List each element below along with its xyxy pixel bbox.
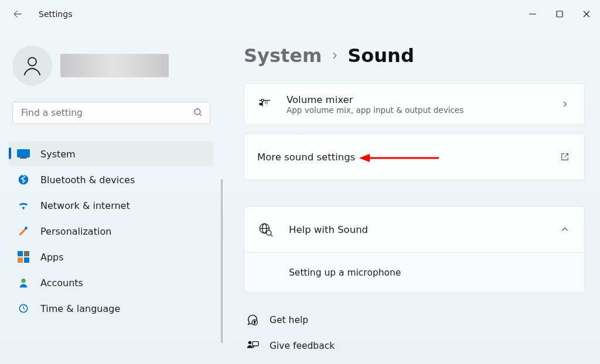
svg-point-3	[195, 109, 200, 115]
search-box[interactable]	[12, 102, 210, 124]
search-input[interactable]	[12, 102, 210, 124]
sidebar-item-time-language[interactable]: Time & language	[9, 296, 214, 321]
maximize-button[interactable]	[546, 5, 573, 23]
bluetooth-icon	[17, 173, 30, 186]
minimize-button[interactable]	[519, 5, 546, 23]
sidebar: System Bluetooth & devices Network & int…	[0, 28, 223, 364]
arrow-left-icon	[12, 9, 23, 19]
svg-line-23	[271, 235, 272, 236]
card-text: Volume mixer App volume mix, app input &…	[287, 94, 546, 115]
sidebar-item-network[interactable]: Network & internet	[9, 193, 214, 218]
svg-point-16	[261, 99, 264, 101]
svg-rect-0	[529, 14, 536, 15]
give-feedback-label: Give feedback	[270, 341, 335, 351]
mixer-icon	[257, 97, 274, 112]
help-subitem-setup-microphone[interactable]: Setting up a microphone	[244, 253, 585, 293]
card-text: More sound settings	[257, 152, 558, 163]
breadcrumb: System Sound	[244, 44, 585, 67]
main-content: System Sound Volume mixer App volume mix…	[223, 28, 600, 364]
svg-point-12	[21, 279, 26, 283]
svg-text:?: ?	[254, 320, 256, 325]
card-title: Help with Sound	[289, 224, 543, 235]
close-button[interactable]	[573, 5, 600, 23]
help-chat-icon: ?	[246, 314, 259, 327]
sidebar-item-label: Personalization	[40, 226, 111, 237]
help-subitem-label: Setting up a microphone	[289, 267, 401, 278]
card-title: More sound settings	[257, 152, 558, 163]
window-controls	[519, 5, 600, 23]
search-icon	[193, 107, 203, 118]
sidebar-item-personalization[interactable]: Personalization	[9, 219, 214, 243]
sidebar-item-label: Accounts	[40, 277, 83, 289]
help-block: Help with Sound Setting up a microphone	[244, 206, 585, 293]
maximize-icon	[556, 11, 563, 18]
svg-rect-5	[20, 157, 27, 159]
sidebar-item-system[interactable]: System	[9, 142, 214, 166]
chevron-right-icon	[558, 100, 571, 108]
card-help-with-sound[interactable]: Help with Sound	[244, 206, 585, 253]
breadcrumb-parent[interactable]: System	[244, 44, 322, 67]
external-link-icon	[558, 152, 571, 162]
sidebar-item-bluetooth[interactable]: Bluetooth & devices	[9, 167, 214, 192]
sidebar-item-label: Apps	[40, 252, 64, 263]
sidebar-item-label: Network & internet	[40, 200, 130, 211]
get-help-label: Get help	[270, 315, 308, 325]
card-title: Volume mixer	[287, 94, 546, 105]
back-button[interactable]	[11, 7, 25, 21]
card-more-sound-settings[interactable]: More sound settings	[244, 133, 585, 180]
clock-globe-icon	[17, 302, 30, 315]
avatar	[12, 46, 52, 85]
get-help-link[interactable]: ? Get help	[244, 310, 585, 336]
card-subtitle: App volume mix, app input & output devic…	[287, 105, 546, 115]
card-text: Help with Sound	[289, 224, 543, 235]
card-volume-mixer[interactable]: Volume mixer App volume mix, app input &…	[244, 83, 585, 125]
svg-rect-4	[17, 149, 30, 157]
app-title: Settings	[39, 9, 72, 19]
person-icon	[21, 54, 44, 77]
page-title: Sound	[347, 44, 414, 67]
minimize-icon	[529, 11, 536, 18]
svg-point-22	[267, 231, 271, 235]
globe-search-icon	[257, 222, 274, 237]
svg-rect-8	[18, 251, 23, 256]
profile-block[interactable]	[12, 46, 214, 85]
svg-rect-11	[24, 257, 29, 263]
feedback-icon	[246, 339, 259, 352]
nav-list: System Bluetooth & devices Network & int…	[9, 142, 214, 321]
apps-icon	[17, 250, 30, 263]
give-feedback-link[interactable]: Give feedback	[244, 336, 585, 352]
sidebar-item-label: System	[40, 149, 76, 160]
sidebar-item-label: Time & language	[40, 303, 120, 314]
sidebar-item-apps[interactable]: Apps	[9, 245, 214, 269]
sidebar-item-accounts[interactable]: Accounts	[9, 270, 214, 295]
profile-name-redacted	[60, 54, 169, 77]
svg-rect-10	[18, 257, 23, 263]
svg-rect-27	[253, 342, 258, 346]
wifi-icon	[17, 199, 30, 212]
chevron-right-icon	[330, 51, 339, 60]
svg-rect-1	[557, 11, 562, 17]
titlebar-left: Settings	[11, 7, 72, 21]
sidebar-item-label: Bluetooth & devices	[40, 174, 135, 186]
close-icon	[583, 11, 590, 18]
paintbrush-icon	[17, 225, 30, 238]
accounts-icon	[17, 276, 30, 289]
system-icon	[17, 147, 30, 160]
chevron-up-icon	[558, 225, 571, 234]
svg-point-2	[28, 57, 36, 66]
titlebar: Settings	[0, 0, 600, 28]
svg-rect-9	[24, 251, 29, 256]
svg-point-26	[248, 341, 252, 345]
